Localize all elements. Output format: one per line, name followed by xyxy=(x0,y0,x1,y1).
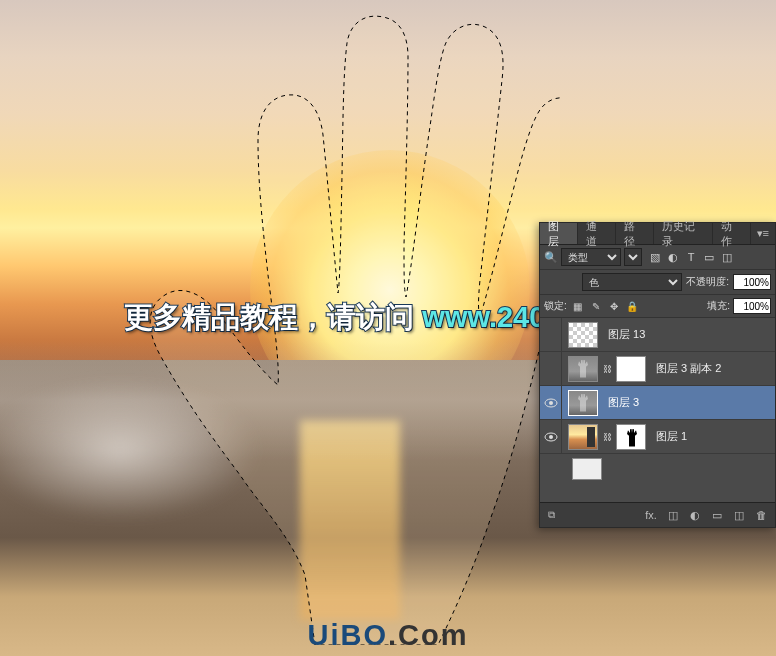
fx-button[interactable]: fx. xyxy=(641,506,661,524)
collapsed-layer-thumb[interactable] xyxy=(572,458,602,480)
layer-type-dropdown[interactable] xyxy=(624,248,642,266)
filter-icon-group: ▧ ◐ T ▭ ◫ xyxy=(647,249,735,265)
filter-shape-icon[interactable]: ▭ xyxy=(701,249,717,265)
layer-mask-thumbnail[interactable] xyxy=(616,424,646,450)
layer-thumbnails: ⛓ xyxy=(562,356,652,382)
tab-layers[interactable]: 图层 xyxy=(540,223,578,244)
add-mask-button[interactable]: ◫ xyxy=(663,506,683,524)
layers-blank-area[interactable] xyxy=(540,454,775,502)
watermark-brand: UiBO xyxy=(308,619,389,651)
tab-history[interactable]: 历史记录 xyxy=(654,223,713,244)
layer-visibility-toggle[interactable] xyxy=(540,386,562,419)
layer-mask-thumbnail[interactable] xyxy=(616,356,646,382)
search-icon[interactable]: 🔍 xyxy=(544,250,558,264)
filter-text-icon[interactable]: T xyxy=(683,249,699,265)
tab-actions[interactable]: 动作 xyxy=(713,223,751,244)
layer-visibility-toggle[interactable] xyxy=(540,352,562,385)
lock-fill-row: 锁定: ▦ ✎ ✥ 🔒 填充: xyxy=(540,295,775,318)
tab-paths[interactable]: 路径 xyxy=(616,223,654,244)
eye-icon xyxy=(544,398,558,408)
link-layers-button[interactable]: ⧉ xyxy=(544,509,559,521)
layer-thumbnails xyxy=(562,390,604,416)
layer-thumbnails xyxy=(562,322,604,348)
layer-thumbnail[interactable] xyxy=(568,322,598,348)
lock-position-icon[interactable]: ✥ xyxy=(606,298,622,314)
new-layer-button[interactable]: ◫ xyxy=(729,506,749,524)
layer-thumbnail[interactable] xyxy=(568,424,598,450)
layer-name-label[interactable]: 图层 3 xyxy=(608,395,639,410)
layers-panel: 图层 通道 路径 历史记录 动作 ▾≡ 🔍 类型 ▧ ◐ T ▭ ◫ 色 不透明… xyxy=(539,222,776,528)
tab-channels[interactable]: 通道 xyxy=(578,223,616,244)
lock-all-icon[interactable]: 🔒 xyxy=(624,298,640,314)
blend-opacity-row: 色 不透明度: xyxy=(540,270,775,295)
layer-name-label[interactable]: 图层 3 副本 2 xyxy=(656,361,721,376)
layer-type-filter[interactable]: 类型 xyxy=(561,248,621,266)
watermark-suffix: .Com xyxy=(388,619,469,651)
layer-name-label[interactable]: 图层 13 xyxy=(608,327,645,342)
layer-row[interactable]: ⛓ 图层 3 副本 2 xyxy=(540,352,775,386)
lock-transparent-icon[interactable]: ▦ xyxy=(570,298,586,314)
filter-pixel-icon[interactable]: ▧ xyxy=(647,249,663,265)
lock-icon-group: ▦ ✎ ✥ 🔒 xyxy=(570,298,640,314)
watermark-footer: UiBO.Com xyxy=(308,619,469,652)
opacity-input[interactable] xyxy=(733,274,771,290)
layer-name-label[interactable]: 图层 1 xyxy=(656,429,687,444)
layer-thumbnail[interactable] xyxy=(568,390,598,416)
filter-smart-icon[interactable]: ◫ xyxy=(719,249,735,265)
panel-footer: ⧉ fx. ◫ ◐ ▭ ◫ 🗑 xyxy=(540,502,775,527)
layer-row[interactable]: 图层 3 xyxy=(540,386,775,420)
layers-list: 图层 13 ⛓ 图层 3 副本 2 图层 3 xyxy=(540,318,775,502)
mask-link-icon[interactable]: ⛓ xyxy=(602,364,612,374)
panel-menu-button[interactable]: ▾≡ xyxy=(751,223,775,244)
opacity-label: 不透明度: xyxy=(686,275,729,289)
lock-label: 锁定: xyxy=(544,299,567,313)
watermark-prefix: 更多精品教程，请访问 xyxy=(124,301,422,333)
fill-input[interactable] xyxy=(733,298,771,314)
add-adjustment-button[interactable]: ◐ xyxy=(685,506,705,524)
new-group-button[interactable]: ▭ xyxy=(707,506,727,524)
layer-visibility-toggle[interactable] xyxy=(540,420,562,453)
eye-icon xyxy=(544,432,558,442)
layer-visibility-toggle[interactable] xyxy=(540,318,562,351)
filter-adjust-icon[interactable]: ◐ xyxy=(665,249,681,265)
svg-point-3 xyxy=(549,435,553,439)
filter-row: 🔍 类型 ▧ ◐ T ▭ ◫ xyxy=(540,245,775,270)
layer-row[interactable]: 图层 13 xyxy=(540,318,775,352)
mask-link-icon[interactable]: ⛓ xyxy=(602,432,612,442)
delete-layer-button[interactable]: 🗑 xyxy=(751,506,771,524)
fill-label: 填充: xyxy=(707,299,730,313)
blend-mode-select[interactable]: 色 xyxy=(582,273,682,291)
layer-row[interactable]: ⛓ 图层 1 xyxy=(540,420,775,454)
panel-tabs: 图层 通道 路径 历史记录 动作 ▾≡ xyxy=(540,223,775,245)
layer-thumbnails: ⛓ xyxy=(562,424,652,450)
lock-pixels-icon[interactable]: ✎ xyxy=(588,298,604,314)
layer-thumbnail[interactable] xyxy=(568,356,598,382)
svg-point-1 xyxy=(549,401,553,405)
